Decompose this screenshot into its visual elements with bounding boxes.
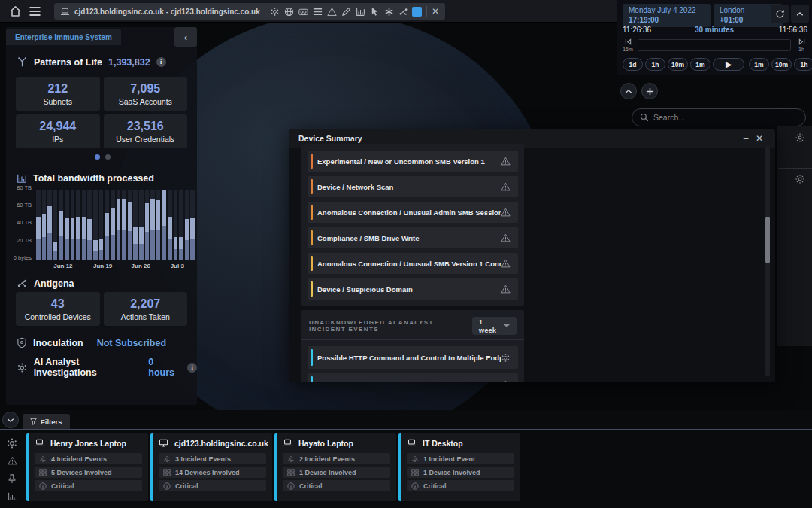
ai-analyst-icon (163, 455, 171, 463)
step-back-1h[interactable]: 1h (645, 58, 665, 71)
close-icon[interactable]: ✕ (432, 6, 439, 17)
asterisk-icon[interactable] (383, 6, 395, 17)
info-icon[interactable]: i (156, 57, 166, 67)
y-tick-label: 60 TB (6, 202, 32, 208)
severity-bar (311, 376, 313, 382)
camera-icon[interactable] (298, 6, 309, 17)
page-dot[interactable] (105, 154, 111, 160)
threat-visualizer: cjd123.holdingsinc.co.uk - cjd123.holdin… (0, 0, 812, 508)
ai-analyst-icon (411, 455, 419, 463)
device-card[interactable]: Hayato Laptop2 Incident Events1 Device I… (274, 433, 396, 501)
cursor-icon[interactable] (369, 6, 380, 17)
refresh-button[interactable] (771, 5, 789, 23)
warning-icon[interactable] (326, 6, 338, 17)
ai-analyst-value[interactable]: 0 hours (148, 357, 181, 378)
bandwidth-bar (179, 237, 183, 260)
histogram-icon[interactable] (6, 490, 18, 502)
info-icon[interactable]: i (187, 363, 197, 373)
menu-icon[interactable] (29, 6, 41, 17)
collapse-up-button[interactable] (620, 83, 637, 99)
slider-back-label: 15m (620, 47, 635, 53)
incident-event-item[interactable]: Possible HTTP Command and Control to Mul… (308, 346, 518, 369)
pencil-icon[interactable] (341, 6, 352, 17)
model-breach-item[interactable]: Compliance / SMB Drive Write (308, 227, 518, 248)
search-icon (640, 113, 649, 122)
device-card-stat: 14 Devices Involved (159, 467, 266, 478)
filters-tab[interactable]: Filters (23, 414, 70, 429)
device-card-stat: 4 Incident Events (35, 453, 142, 464)
grid-icon (163, 469, 171, 476)
home-icon[interactable] (9, 5, 22, 17)
list-icon[interactable] (312, 6, 323, 17)
network-icon[interactable] (398, 6, 409, 17)
close-icon[interactable]: ✕ (753, 132, 766, 145)
date-button[interactable]: Monday July 4 2022 17:19:00 (623, 4, 711, 27)
severity-bar (311, 281, 313, 297)
model-breach-item[interactable]: Experimental / New or Uncommon SMB Versi… (308, 151, 518, 172)
info-icon (39, 482, 47, 490)
ai-analyst-icon (17, 362, 28, 373)
chart-icon[interactable] (355, 6, 366, 17)
slider-forward-skip[interactable]: 1h (794, 38, 809, 53)
model-breach-list: Experimental / New or Uncommon SMB Versi… (301, 144, 524, 306)
add-button[interactable] (641, 83, 658, 99)
search-input[interactable]: Search... (632, 108, 806, 126)
severity-bar (311, 154, 313, 169)
minimize-icon[interactable]: – (739, 132, 753, 145)
ai-analyst-icon[interactable] (6, 437, 18, 449)
incident-label: SMB Write of Suspicious File to Multiple… (317, 381, 501, 383)
incident-event-item[interactable]: SMB Write of Suspicious File to Multiple… (308, 373, 518, 382)
shield-icon (17, 337, 27, 348)
bandwidth-bar (93, 240, 98, 260)
device-card-stat-label: 5 Devices Involved (51, 469, 112, 476)
panel-badge[interactable]: Enterprise Immune System (6, 29, 121, 45)
step-forward-10m[interactable]: 10m (771, 58, 792, 71)
bandwidth-bar-track (36, 190, 41, 260)
settings-gear-icon-2[interactable] (795, 174, 805, 184)
inoculation-status[interactable]: Not Subscribed (97, 338, 166, 348)
stat-value: 212 (47, 82, 68, 96)
step-back-10m[interactable]: 10m (668, 58, 688, 71)
settings-gear-icon[interactable] (795, 132, 805, 143)
collapse-bottom-panel-button[interactable] (2, 412, 19, 428)
grid-icon (287, 469, 295, 476)
time-label: 17:19:00 (629, 16, 705, 26)
bandwidth-bar (185, 219, 189, 260)
time-slider[interactable] (638, 39, 791, 51)
slider-back-skip[interactable]: 15m (620, 38, 635, 53)
collapse-panel-button[interactable]: ‹ (174, 27, 197, 47)
bandwidth-bar-track (122, 190, 126, 260)
device-card-stat-label: Critical (175, 482, 198, 490)
warning-icon[interactable] (6, 455, 18, 467)
pin-icon[interactable] (6, 473, 18, 485)
model-breach-item[interactable]: Anomalous Connection / Unusual Admin SMB… (308, 202, 518, 223)
device-summary-modal: Device Summary – ✕ Experimental / New or… (289, 129, 775, 382)
active-view-icon[interactable] (412, 7, 422, 17)
play-button[interactable]: ▶ (713, 58, 744, 71)
step-forward-1h[interactable]: 1h (794, 58, 812, 71)
modal-scrollbar-thumb[interactable] (765, 217, 770, 263)
omnisearch-bar[interactable]: cjd123.holdingsinc.co.uk - cjd123.holdin… (54, 3, 445, 20)
bandwidth-bar-track (117, 190, 121, 260)
globe-icon[interactable] (283, 6, 295, 17)
stat-value: 7,095 (130, 82, 160, 96)
model-breach-item[interactable]: Device / Network Scan (308, 176, 518, 197)
step-back-1d[interactable]: 1d (623, 58, 643, 71)
device-card-stat: 1 Device Involved (407, 467, 514, 478)
collapse-time-panel-button[interactable] (791, 5, 809, 23)
model-breach-item[interactable]: Device / Suspicious Domain (308, 278, 518, 300)
device-card[interactable]: cjd123.holdingsinc.co.uk3 Incident Event… (150, 433, 272, 501)
gear-icon[interactable] (269, 6, 280, 17)
device-card-stat-label: Critical (423, 482, 447, 490)
bandwidth-bar (36, 217, 41, 260)
ai-analyst-icon (287, 455, 295, 463)
device-card-title: Hayato Laptop (283, 439, 390, 448)
time-range-dropdown[interactable]: 1 week (472, 317, 517, 335)
step-forward-1m[interactable]: 1m (749, 58, 769, 71)
model-breach-item[interactable]: Anomalous Connection / Unusual SMB Versi… (308, 253, 518, 274)
step-back-1m[interactable]: 1m (690, 58, 710, 71)
device-card[interactable]: Henry Jones Laptop4 Incident Events5 Dev… (26, 433, 148, 501)
device-card[interactable]: IT Desktop1 Incident Event1 Device Invol… (398, 433, 520, 501)
page-dot-active[interactable] (95, 154, 100, 160)
breach-label: Compliance / SMB Drive Write (317, 234, 501, 242)
